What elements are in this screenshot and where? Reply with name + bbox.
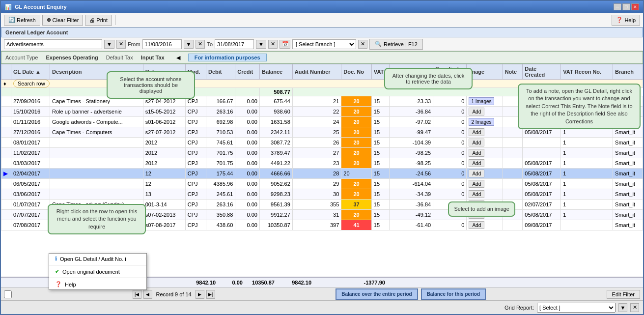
cell-image[interactable]: Add — [467, 169, 503, 179]
clear-filter-button[interactable]: ⊗ Clear Filter — [42, 15, 84, 26]
grid-report-clear[interactable]: ✕ — [630, 303, 639, 312]
info-icon: ℹ — [55, 256, 57, 262]
cell-docno: 20 — [341, 179, 372, 189]
table-row[interactable]: 03/06/2017 13 CPJ 245.61 0.00 9298.23 30… — [1, 189, 643, 200]
cell-branch: Smart_it — [613, 138, 643, 148]
images-button[interactable]: 1 Images — [469, 97, 494, 105]
retrieve-icon: 🔍 — [375, 41, 382, 47]
opening-balance-value: 508.77 — [260, 88, 293, 96]
add-image-button[interactable]: Add — [469, 108, 484, 115]
table-row[interactable]: 06/05/2017 12 CPJ 4385.96 0.00 9052.62 2… — [1, 179, 643, 189]
cell-credit: 0.00 — [235, 210, 260, 220]
minimize-button[interactable]: ─ — [614, 3, 621, 10]
add-image-button[interactable]: Add — [469, 139, 484, 146]
grid-report-select[interactable]: [ Select ] — [537, 303, 616, 313]
cell-ref: 2012 — [143, 148, 185, 158]
add-image-button[interactable]: Add — [469, 221, 484, 229]
cell-branch: Smart_it — [613, 158, 643, 169]
add-image-button[interactable]: Add — [469, 159, 484, 167]
table-row[interactable]: 03/03/2017 2012 CPJ 701.75 0.00 4491.22 … — [1, 158, 643, 169]
account-clear-button[interactable]: ▼ — [104, 40, 114, 49]
col-note[interactable]: Note — [503, 64, 523, 80]
cell-desc — [50, 169, 143, 179]
cell-credit: 0.00 — [235, 96, 260, 107]
from-date-dropdown[interactable]: ▼ — [184, 40, 194, 49]
cell-image[interactable]: Add — [467, 189, 503, 200]
cell-image[interactable]: Add — [467, 107, 503, 117]
edit-filter-button[interactable]: Edit Filter — [607, 290, 640, 299]
account-x-button[interactable]: ✕ — [116, 40, 126, 49]
table-row[interactable]: ▶ 02/04/2017 12 CPJ 175.44 0.00 4666.66 … — [1, 169, 643, 179]
cell-credit: 0.00 — [235, 169, 260, 179]
col-audit[interactable]: Audit Number — [292, 64, 341, 80]
to-date-input[interactable] — [215, 39, 254, 49]
col-credit[interactable]: Credit — [235, 64, 260, 80]
cell-image[interactable]: Add — [467, 158, 503, 169]
cell-image[interactable]: Add — [467, 138, 503, 148]
add-image-button[interactable]: Add — [469, 170, 484, 177]
info-bar: Account Type Expenses Operating Default … — [1, 51, 643, 64]
to-date-dropdown[interactable]: ▼ — [256, 40, 266, 49]
cell-audit: 30 — [292, 189, 341, 200]
col-balance[interactable]: Balance — [260, 64, 293, 80]
select-all-checkbox[interactable] — [4, 290, 12, 298]
calendar-button[interactable]: 📅 — [280, 40, 290, 49]
context-menu-original-doc[interactable]: ✔ Open original document — [49, 266, 146, 277]
refresh-button[interactable]: 🔄 Refresh — [4, 15, 40, 26]
close-button[interactable]: ✕ — [631, 3, 639, 10]
cell-credit: 0.00 — [235, 158, 260, 169]
to-date-clear[interactable]: ✕ — [268, 40, 278, 49]
nav-last-button[interactable]: ▶| — [206, 290, 215, 299]
cell-docno: 20 — [341, 127, 372, 138]
cell-supplier: 0 — [433, 148, 467, 158]
table-row[interactable]: 11/02/2017 2012 CPJ 701.75 0.00 3789.47 … — [1, 148, 643, 158]
from-date-clear[interactable]: ✕ — [196, 40, 205, 49]
nav-first-button[interactable]: |◀ — [133, 290, 141, 299]
add-image-button[interactable]: Add — [469, 190, 484, 198]
cell-image[interactable]: Add — [467, 179, 503, 189]
add-image-button[interactable]: Add — [469, 128, 484, 136]
total-credit: 0.00 — [216, 280, 243, 286]
table-row[interactable]: 08/01/2017 2012 CPJ 745.61 0.00 3087.72 … — [1, 138, 643, 148]
grid-report-dropdown[interactable]: ▼ — [618, 303, 627, 312]
cell-date: 03/03/2017 — [11, 158, 50, 169]
retrieve-button[interactable]: 🔍 Retrieve | F12 — [369, 39, 423, 50]
balance-this-period-button[interactable]: Balance for this period — [421, 288, 486, 300]
col-docno[interactable]: Doc. No — [341, 64, 372, 80]
cell-audit: 24 — [292, 117, 341, 127]
cell-ref: s07-08-2017 — [143, 220, 185, 230]
col-debit[interactable]: Debit — [206, 64, 235, 80]
add-image-button[interactable]: Add — [469, 180, 484, 188]
balance-period-button[interactable]: Balance over the entire period — [336, 288, 418, 300]
nav-prev-button[interactable]: ◀ — [143, 290, 152, 299]
branch-select[interactable]: [ Select Branch ] — [292, 39, 356, 49]
account-input[interactable] — [4, 39, 102, 49]
print-button[interactable]: 🖨 Print — [85, 15, 112, 26]
cell-image[interactable]: Add — [467, 220, 503, 230]
cell-image[interactable]: 2 Images — [467, 117, 503, 127]
col-date-created[interactable]: DateCreated — [523, 64, 561, 80]
col-gl-date[interactable]: GL Date ▲ — [11, 64, 50, 80]
cell-branch: Smart_it — [613, 148, 643, 158]
images-button[interactable]: 2 Images — [469, 118, 494, 126]
cell-image[interactable]: 1 Images — [467, 96, 503, 107]
col-branch[interactable]: Branch — [613, 64, 643, 80]
from-date-input[interactable] — [142, 39, 182, 49]
maximize-button[interactable]: □ — [622, 3, 630, 10]
cell-vat: 15 — [371, 138, 389, 148]
cell-date: 27/12/2016 — [11, 127, 50, 138]
context-menu-gl-detail[interactable]: ℹ Open GL Detail / Audit No. i — [49, 254, 146, 264]
cell-debit: 701.75 — [206, 148, 235, 158]
cell-image[interactable]: Add — [467, 148, 503, 158]
help-button[interactable]: ❓ Help — [612, 15, 640, 26]
cell-debit: 692.98 — [206, 117, 235, 127]
col-vat-recon[interactable]: VAT Recon No. — [561, 64, 613, 80]
cell-audit: 22 — [292, 107, 341, 117]
context-menu-help[interactable]: ❓ Help — [49, 279, 146, 289]
cell-date: 15/10/2016 — [11, 107, 50, 117]
branch-clear[interactable]: ✕ — [358, 40, 367, 49]
nav-next-button[interactable]: ▶ — [196, 290, 204, 299]
add-image-button[interactable]: Add — [469, 149, 484, 157]
cell-image[interactable]: Add — [467, 127, 503, 138]
main-window: 📊 GL Account Enquiry ─ □ ✕ 🔄 Refresh ⊗ C… — [0, 0, 644, 315]
